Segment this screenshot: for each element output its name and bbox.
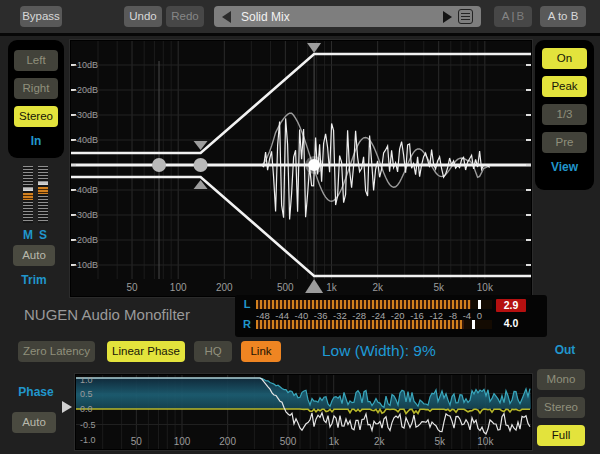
meter-r [256,320,492,329]
output-panel-label: Out [545,343,585,357]
view-on-button[interactable]: On [542,48,587,69]
input-stereo-button[interactable]: Stereo [14,106,58,127]
meter-l-label: L [240,298,254,310]
input-panel: Left Right Stereo In [8,40,64,158]
freq-tick-label: 500 [277,282,294,293]
crossover-handle[interactable] [308,159,320,171]
ab-separator: | [510,10,517,22]
corr-tick-label: 0.0 [80,404,93,414]
meter-r-fill [256,320,464,329]
preset-prev-icon[interactable] [222,11,231,23]
preset-selector[interactable]: Solid Mix [214,6,481,27]
output-stereo-button[interactable]: Stereo [537,397,585,418]
linear-phase-button[interactable]: Linear Phase [107,341,185,362]
topbar: Bypass Undo Redo Solid Mix A|B A to B [0,0,600,36]
input-panel-label: In [8,134,64,148]
freq-tick-label: 5k [434,436,446,447]
undo-button[interactable]: Undo [124,6,162,27]
monofilter-window: Bypass Undo Redo Solid Mix A|B A to B Le… [0,0,600,454]
meter-l-value-badge: 2.9 [496,299,526,312]
db-tick-label: -30dB [74,110,98,120]
meter-r-value: 4.0 [496,317,526,330]
link-button[interactable]: Link [241,341,281,362]
trim-auto-button[interactable]: Auto [13,245,55,266]
spectrum-trace-white [262,118,490,219]
freq-tick-label: 10k [477,436,494,447]
freq-tick-label: 200 [216,282,233,293]
db-tick-label: -20dB [74,85,98,95]
view-panel-label: View [535,160,594,174]
redo-button[interactable]: Redo [166,6,204,27]
ab-a-label: A [502,10,510,22]
crossover-graph-svg: -10dB-20dB-30dB-40dB-40dB-30dB-20dB-10dB… [71,41,531,296]
corr-tick-label: -0.5 [80,420,96,430]
freq-tick-label: 500 [280,436,297,447]
meter-r-label: R [240,318,254,330]
preset-name: Solid Mix [231,10,443,24]
view-pre-button[interactable]: Pre [542,132,587,153]
freq-tick-label: 1k [328,436,340,447]
db-tick-label: -10dB [74,60,98,70]
phase-pointer-icon[interactable] [62,401,72,413]
db-tick-label: -10dB [74,260,98,270]
ab-compare-button[interactable]: A|B [494,6,532,27]
view-peak-button[interactable]: Peak [542,76,587,97]
filter-upper-bound[interactable] [71,54,531,153]
preset-next-icon[interactable] [443,11,452,23]
freq-tick-label: 100 [174,436,191,447]
meter-l-fill [256,300,471,309]
corr-tick-label: 0.5 [80,389,93,399]
db-tick-label: -40dB [74,185,98,195]
corr-tick-label: -1.0 [80,435,96,445]
correlation-graph[interactable]: 1.00.50.0-0.5-1.0501002005001k2k5k10k [75,374,532,450]
output-full-button[interactable]: Full [537,425,585,446]
filter-readout: Low (Width): 9% [322,342,436,360]
freq-tick-label: 10k [477,282,494,293]
view-third-octave-button[interactable]: 1/3 [542,104,587,125]
filter-handle-low[interactable] [152,158,166,172]
filter-handle-mid[interactable] [194,158,208,172]
freq-tick-label: 100 [170,282,187,293]
corr-tick-label: 1.0 [80,375,93,385]
db-tick-label: -20dB [74,235,98,245]
crossover-top-marker[interactable] [307,43,321,53]
trim-meter-s-label: S [36,228,50,242]
hq-button[interactable]: HQ [194,341,232,362]
bypass-button[interactable]: Bypass [20,6,62,27]
freq-tick-label: 5k [433,282,445,293]
freq-tick-label: 200 [219,436,236,447]
meter-l [256,300,492,309]
preset-list-icon[interactable] [458,9,473,24]
trim-meter-m [23,166,33,223]
trim-meter-s-band [38,187,48,194]
trim-meter-m-label: M [21,228,35,242]
trim-label: Trim [10,273,58,287]
db-tick-label: -30dB [74,210,98,220]
meter-r-peak [472,320,475,329]
ab-b-label: B [517,10,525,22]
a-to-b-button[interactable]: A to B [540,6,586,27]
crossover-graph[interactable]: -10dB-20dB-30dB-40dB-40dB-30dB-20dB-10dB… [70,40,532,297]
freq-tick-label: 2k [372,282,384,293]
freq-tick-label: 50 [126,282,138,293]
trim-meter-m-band [23,193,33,200]
trim-meter-m-cap [23,188,33,191]
freq-tick-label: 2k [374,436,386,447]
zero-latency-button[interactable]: Zero Latency [18,341,95,362]
correlation-graph-svg: 1.00.50.0-0.5-1.0501002005001k2k5k10k [76,375,531,449]
view-panel: On Peak 1/3 Pre View [535,40,594,190]
plugin-title: NUGEN Audio Monofilter [24,306,190,323]
freq-tick-label: 1k [326,282,338,293]
freq-tick-label: 50 [131,436,143,447]
trim-meter-s-cap [38,182,48,185]
db-tick-label: -40dB [74,135,98,145]
filter-lower-bound[interactable] [71,177,531,276]
phase-label: Phase [12,385,60,399]
input-right-button[interactable]: Right [14,78,58,99]
trim-meter-s [38,166,48,223]
meter-l-peak [478,300,481,309]
input-left-button[interactable]: Left [14,50,58,71]
output-mono-button[interactable]: Mono [537,369,585,390]
phase-auto-button[interactable]: Auto [12,412,56,433]
crossover-axis-marker[interactable] [305,279,323,293]
